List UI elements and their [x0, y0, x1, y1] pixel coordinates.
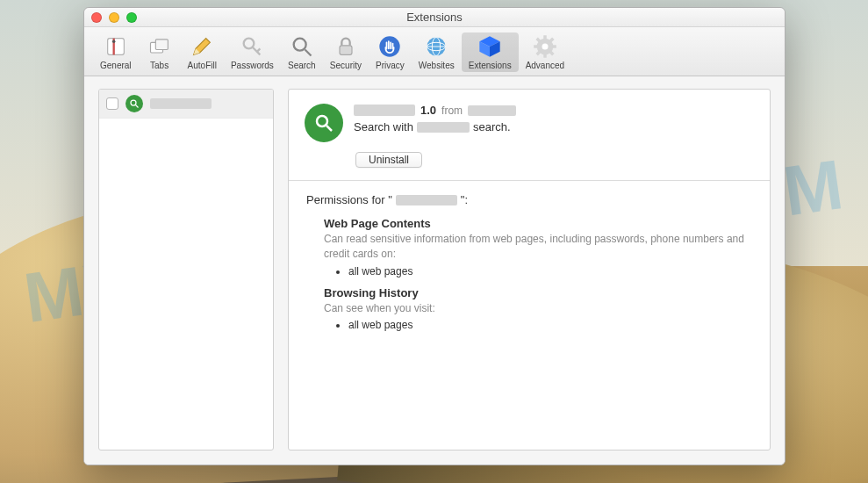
permission-section: Browsing History Can see when you visit:…	[324, 286, 752, 332]
permission-heading: Web Page Contents	[324, 217, 752, 230]
desc-prefix: Search with	[354, 120, 413, 133]
svg-point-15	[542, 44, 548, 50]
extension-detail-icon	[305, 104, 343, 142]
key-icon	[240, 34, 264, 59]
pencil-icon	[190, 34, 214, 59]
svg-line-21	[550, 52, 554, 55]
permissions-panel: Permissions for " ": Web Page Contents C…	[289, 181, 770, 352]
svg-point-2	[112, 40, 116, 43]
minimize-icon[interactable]	[109, 12, 119, 23]
svg-point-9	[380, 36, 400, 56]
window-controls	[91, 12, 137, 23]
search-icon	[290, 34, 314, 59]
general-icon	[104, 34, 128, 59]
content-area: 1.0 from Search with search. Uninstall	[84, 76, 785, 465]
zoom-icon[interactable]	[126, 12, 137, 23]
svg-line-22	[537, 52, 541, 55]
svg-point-24	[131, 100, 136, 105]
tab-label: Advanced	[526, 61, 564, 70]
permissions-name-redacted	[396, 195, 457, 205]
tab-label: Search	[288, 61, 316, 70]
tab-label: Privacy	[376, 61, 405, 70]
svg-point-6	[294, 39, 306, 51]
gear-icon	[533, 34, 557, 59]
tab-label: AutoFill	[188, 61, 217, 70]
svg-line-27	[326, 126, 332, 131]
extension-detail: 1.0 from Search with search. Uninstall	[288, 89, 771, 451]
extension-name-redacted	[150, 98, 212, 109]
prefs-toolbar: General Tabs AutoFill Passwords	[84, 27, 785, 76]
permission-bullet: all web pages	[348, 265, 752, 278]
permission-heading: Browsing History	[324, 286, 752, 299]
tab-autofill[interactable]: AutoFill	[181, 32, 224, 72]
extension-icon	[126, 95, 143, 112]
svg-rect-4	[155, 40, 168, 50]
hand-icon	[377, 34, 402, 59]
tab-extensions[interactable]: Extensions	[462, 32, 519, 72]
extension-version: 1.0	[420, 104, 436, 117]
extension-enable-checkbox[interactable]	[106, 97, 118, 110]
extensions-icon	[477, 34, 502, 59]
permission-desc: Can read sensitive information from web …	[324, 232, 752, 262]
tab-search[interactable]: Search	[281, 32, 323, 72]
close-icon[interactable]	[91, 12, 102, 23]
tab-security[interactable]: Security	[323, 32, 369, 72]
tab-tabs[interactable]: Tabs	[139, 32, 181, 72]
svg-point-26	[317, 116, 327, 126]
permissions-title-suffix: ":	[461, 193, 468, 206]
tab-label: Passwords	[231, 61, 274, 70]
permission-desc: Can see when you visit:	[324, 301, 752, 316]
tab-label: Tabs	[150, 61, 169, 70]
tab-passwords[interactable]: Passwords	[224, 32, 281, 72]
window-title: Extensions	[84, 11, 785, 24]
permission-section: Web Page Contents Can read sensitive inf…	[324, 217, 752, 278]
svg-line-23	[550, 39, 554, 42]
tab-privacy[interactable]: Privacy	[369, 32, 412, 72]
from-label: from	[441, 105, 463, 117]
extension-list-item[interactable]	[99, 90, 273, 119]
permission-bullet: all web pages	[348, 319, 752, 331]
extension-publisher-redacted	[468, 105, 516, 116]
svg-line-20	[537, 39, 541, 42]
globe-icon	[424, 34, 448, 59]
tab-label: Websites	[419, 61, 455, 70]
tab-label: Extensions	[469, 61, 512, 70]
tab-general[interactable]: General	[93, 32, 139, 72]
tab-advanced[interactable]: Advanced	[519, 32, 571, 72]
svg-rect-0	[107, 39, 124, 55]
extension-name-redacted	[354, 105, 415, 116]
extensions-list	[98, 89, 274, 451]
svg-line-7	[305, 50, 311, 56]
tab-label: Security	[330, 61, 362, 70]
permissions-title-prefix: Permissions for "	[306, 193, 392, 206]
tab-label: General	[100, 61, 132, 70]
desc-suffix: search.	[473, 120, 511, 133]
tab-websites[interactable]: Websites	[412, 32, 462, 72]
uninstall-button[interactable]: Uninstall	[355, 152, 422, 168]
svg-line-25	[136, 105, 139, 108]
svg-rect-8	[340, 46, 352, 55]
desc-name-redacted	[417, 122, 470, 133]
tabs-icon	[147, 34, 172, 59]
preferences-window: Extensions General Tabs AutoFill	[83, 7, 786, 465]
lock-icon	[334, 34, 358, 59]
titlebar[interactable]: Extensions	[84, 8, 785, 27]
